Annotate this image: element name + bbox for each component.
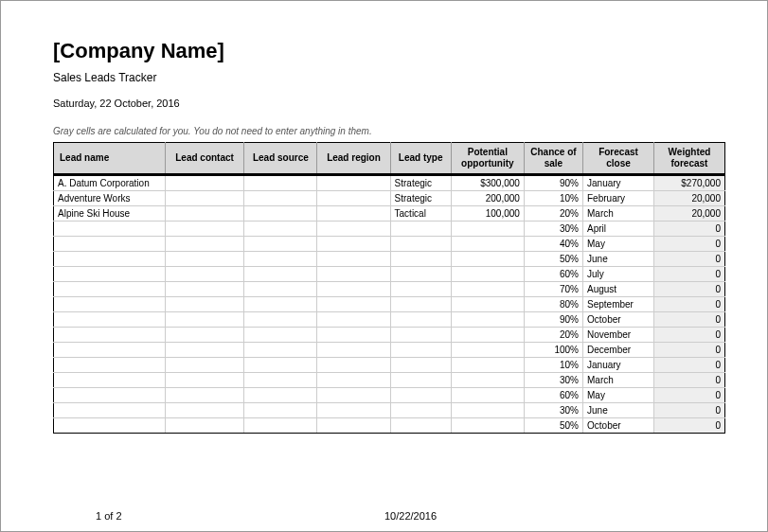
cell-weighted: 0: [653, 267, 724, 282]
cell-lead-contact: [165, 403, 244, 418]
cell-lead-region: [317, 418, 390, 434]
hint-text: Gray cells are calculated for you. You d…: [53, 126, 729, 136]
cell-lead-name: A. Datum Corporation: [54, 175, 166, 191]
cell-lead-contact: [165, 206, 244, 222]
table-row: 30%June0: [54, 403, 725, 418]
cell-potential: 200,000: [451, 191, 524, 206]
cell-lead-contact: [165, 237, 244, 252]
cell-lead-type: [390, 358, 451, 373]
cell-chance: 60%: [524, 388, 582, 403]
cell-lead-region: [317, 403, 390, 418]
cell-lead-region: [317, 206, 390, 222]
leads-table: Lead name Lead contact Lead source Lead …: [53, 142, 725, 434]
table-header-row: Lead name Lead contact Lead source Lead …: [54, 143, 725, 175]
cell-weighted: 0: [653, 358, 724, 373]
col-lead-type: Lead type: [390, 143, 451, 175]
cell-chance: 50%: [524, 252, 582, 267]
cell-forecast-close: April: [583, 222, 654, 237]
table-row: 30%March0: [54, 373, 725, 388]
cell-lead-contact: [165, 358, 244, 373]
cell-forecast-close: October: [583, 418, 654, 434]
col-potential: Potential opportunity: [451, 143, 524, 175]
table-row: 50%June0: [54, 252, 725, 267]
cell-weighted: 0: [653, 403, 724, 418]
cell-lead-type: [390, 297, 451, 312]
cell-lead-source: [244, 403, 317, 418]
cell-lead-name: [54, 328, 166, 343]
cell-lead-name: [54, 312, 166, 328]
cell-lead-contact: [165, 191, 244, 206]
col-chance: Chance of sale: [524, 143, 582, 175]
cell-lead-region: [317, 297, 390, 312]
report-subtitle: Sales Leads Tracker: [53, 71, 729, 84]
table-row: A. Datum CorporationStrategic$300,00090%…: [54, 175, 725, 191]
cell-lead-source: [244, 328, 317, 343]
cell-lead-name: Adventure Works: [54, 191, 166, 206]
cell-potential: [451, 388, 524, 403]
cell-lead-source: [244, 282, 317, 297]
table-row: 100%December0: [54, 343, 725, 358]
table-row: 20%November0: [54, 328, 725, 343]
cell-potential: [451, 252, 524, 267]
cell-lead-name: [54, 373, 166, 388]
cell-lead-region: [317, 237, 390, 252]
cell-weighted: 0: [653, 343, 724, 358]
cell-potential: [451, 358, 524, 373]
cell-lead-name: [54, 237, 166, 252]
cell-lead-type: [390, 282, 451, 297]
cell-chance: 20%: [524, 206, 582, 222]
cell-lead-type: [390, 252, 451, 267]
cell-lead-region: [317, 328, 390, 343]
cell-weighted: 0: [653, 282, 724, 297]
document-page: [Company Name] Sales Leads Tracker Satur…: [1, 1, 767, 531]
cell-forecast-close: January: [583, 358, 654, 373]
cell-weighted: 0: [653, 297, 724, 312]
cell-lead-type: Tactical: [390, 206, 451, 222]
cell-potential: [451, 282, 524, 297]
col-lead-source: Lead source: [244, 143, 317, 175]
cell-forecast-close: June: [583, 403, 654, 418]
cell-chance: 100%: [524, 343, 582, 358]
cell-potential: [451, 373, 524, 388]
cell-weighted: 0: [653, 312, 724, 328]
cell-potential: [451, 297, 524, 312]
table-body: A. Datum CorporationStrategic$300,00090%…: [54, 175, 725, 434]
cell-potential: [451, 312, 524, 328]
cell-lead-source: [244, 267, 317, 282]
cell-chance: 40%: [524, 237, 582, 252]
cell-chance: 70%: [524, 282, 582, 297]
cell-lead-region: [317, 222, 390, 237]
cell-lead-type: [390, 343, 451, 358]
cell-lead-contact: [165, 267, 244, 282]
cell-potential: $300,000: [451, 175, 524, 191]
cell-lead-type: [390, 388, 451, 403]
cell-lead-region: [317, 388, 390, 403]
cell-lead-type: [390, 418, 451, 434]
cell-forecast-close: July: [583, 267, 654, 282]
cell-lead-region: [317, 312, 390, 328]
col-forecast-close: Forecast close: [583, 143, 654, 175]
cell-lead-source: [244, 418, 317, 434]
cell-lead-region: [317, 267, 390, 282]
cell-lead-type: [390, 237, 451, 252]
cell-lead-name: [54, 358, 166, 373]
cell-forecast-close: December: [583, 343, 654, 358]
cell-weighted: $270,000: [653, 175, 724, 191]
report-date: Saturday, 22 October, 2016: [53, 98, 729, 109]
col-lead-name: Lead name: [54, 143, 166, 175]
table-row: 10%January0: [54, 358, 725, 373]
cell-potential: 100,000: [451, 206, 524, 222]
cell-forecast-close: February: [583, 191, 654, 206]
cell-forecast-close: May: [583, 388, 654, 403]
cell-lead-name: [54, 267, 166, 282]
cell-lead-source: [244, 175, 317, 191]
cell-lead-type: [390, 328, 451, 343]
cell-potential: [451, 343, 524, 358]
col-lead-contact: Lead contact: [165, 143, 244, 175]
cell-forecast-close: March: [583, 373, 654, 388]
cell-lead-source: [244, 237, 317, 252]
cell-lead-region: [317, 191, 390, 206]
cell-potential: [451, 267, 524, 282]
cell-potential: [451, 418, 524, 434]
cell-lead-name: [54, 403, 166, 418]
